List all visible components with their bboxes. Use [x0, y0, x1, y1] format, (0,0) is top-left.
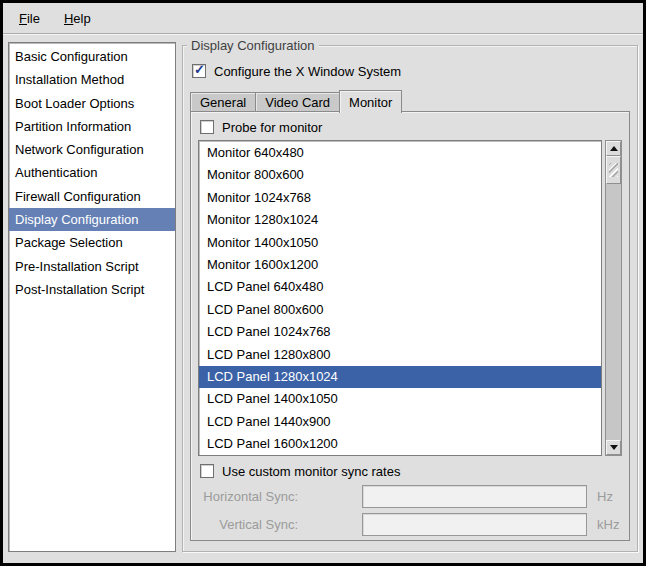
vertical-scrollbar[interactable]	[605, 140, 622, 456]
checkbox-box[interactable]: ✓	[192, 64, 206, 78]
sidebar-list: Basic ConfigurationInstallation MethodBo…	[8, 42, 176, 552]
monitor-list-container: Monitor 640x480Monitor 800x600Monitor 10…	[198, 140, 622, 456]
file-menu-mnemonic: F	[19, 11, 27, 26]
custom-sync-checkbox[interactable]: Use custom monitor sync rates	[200, 462, 622, 480]
monitor-list-item[interactable]: Monitor 1400x1050	[199, 232, 601, 254]
probe-monitor-checkbox[interactable]: Probe for monitor	[200, 118, 622, 136]
sidebar-item[interactable]: Authentication	[9, 161, 175, 184]
sidebar-item[interactable]: Partition Information	[9, 115, 175, 138]
tab-bar: GeneralVideo CardMonitor	[190, 90, 630, 112]
monitor-list-item[interactable]: LCD Panel 1400x1050	[199, 388, 601, 410]
vertical-sync-label: Vertical Sync:	[198, 517, 298, 532]
tab-monitor[interactable]: Monitor	[339, 90, 402, 113]
tab-general[interactable]: General	[190, 92, 256, 112]
sidebar-item[interactable]: Package Selection	[9, 231, 175, 254]
sidebar-item[interactable]: Pre-Installation Script	[9, 255, 175, 278]
sidebar-item[interactable]: Post-Installation Script	[9, 278, 175, 301]
horizontal-sync-row: Horizontal Sync: Hz	[198, 484, 622, 508]
file-menu[interactable]: File	[11, 7, 48, 30]
monitor-list-item[interactable]: LCD Panel 1600x1200	[199, 433, 601, 455]
main-area: Basic ConfigurationInstallation MethodBo…	[3, 35, 643, 563]
configure-x-label: Configure the X Window System	[214, 64, 401, 79]
monitor-list-item[interactable]: LCD Panel 1280x800	[199, 344, 601, 366]
horizontal-sync-unit: Hz	[597, 489, 613, 504]
tab-video-card[interactable]: Video Card	[255, 92, 340, 112]
probe-monitor-label: Probe for monitor	[222, 120, 322, 135]
help-menu-mnemonic: H	[64, 11, 73, 26]
monitor-list-item[interactable]: LCD Panel 1440x900	[199, 411, 601, 433]
monitor-list: Monitor 640x480Monitor 800x600Monitor 10…	[198, 140, 602, 456]
sidebar-item[interactable]: Network Configuration	[9, 138, 175, 161]
file-menu-label: ile	[27, 11, 40, 26]
checkmark-icon: ✓	[194, 62, 205, 77]
app-window: File Help Basic ConfigurationInstallatio…	[0, 0, 646, 566]
configure-x-checkbox[interactable]: ✓ Configure the X Window System	[192, 62, 630, 80]
sidebar-item[interactable]: Boot Loader Options	[9, 92, 175, 115]
horizontal-sync-label: Horizontal Sync:	[198, 489, 298, 504]
monitor-list-item[interactable]: LCD Panel 640x480	[199, 276, 601, 298]
scroll-down-button[interactable]	[606, 440, 621, 455]
scrollbar-thumb[interactable]	[606, 156, 621, 184]
monitor-list-item[interactable]: Monitor 640x480	[199, 142, 601, 164]
monitor-list-item[interactable]: Monitor 1024x768	[199, 187, 601, 209]
sidebar-item[interactable]: Firewall Configuration	[9, 185, 175, 208]
custom-sync-label: Use custom monitor sync rates	[222, 464, 400, 479]
display-configuration-frame: Display Configuration ✓ Configure the X …	[182, 45, 638, 552]
help-menu[interactable]: Help	[56, 7, 99, 30]
right-panel: Display Configuration ✓ Configure the X …	[182, 42, 638, 563]
monitor-list-item[interactable]: LCD Panel 1024x768	[199, 321, 601, 343]
vertical-sync-unit: kHz	[597, 517, 619, 532]
help-menu-label: elp	[73, 11, 90, 26]
sidebar-item[interactable]: Installation Method	[9, 68, 175, 91]
monitor-list-item[interactable]: LCD Panel 800x600	[199, 299, 601, 321]
sidebar-item[interactable]: Display Configuration	[9, 208, 175, 231]
scroll-up-button[interactable]	[606, 141, 621, 156]
checkbox-box[interactable]	[200, 120, 214, 134]
menubar: File Help	[3, 3, 643, 33]
monitor-tab-page: Probe for monitor Monitor 640x480Monitor…	[190, 111, 630, 541]
monitor-list-item[interactable]: Monitor 800x600	[199, 164, 601, 186]
vertical-sync-input[interactable]	[362, 513, 587, 536]
horizontal-sync-input[interactable]	[362, 485, 587, 508]
monitor-list-item[interactable]: Monitor 1280x1024	[199, 209, 601, 231]
scrollbar-grip-icon	[609, 163, 618, 177]
sidebar-item[interactable]: Basic Configuration	[9, 45, 175, 68]
frame-title: Display Configuration	[187, 38, 319, 53]
scroll-up-icon	[610, 146, 618, 151]
scroll-down-icon	[610, 445, 618, 450]
checkbox-box[interactable]	[200, 464, 214, 478]
monitor-list-item[interactable]: Monitor 1600x1200	[199, 254, 601, 276]
vertical-sync-row: Vertical Sync: kHz	[198, 512, 622, 536]
monitor-list-item[interactable]: LCD Panel 1280x1024	[199, 366, 601, 388]
